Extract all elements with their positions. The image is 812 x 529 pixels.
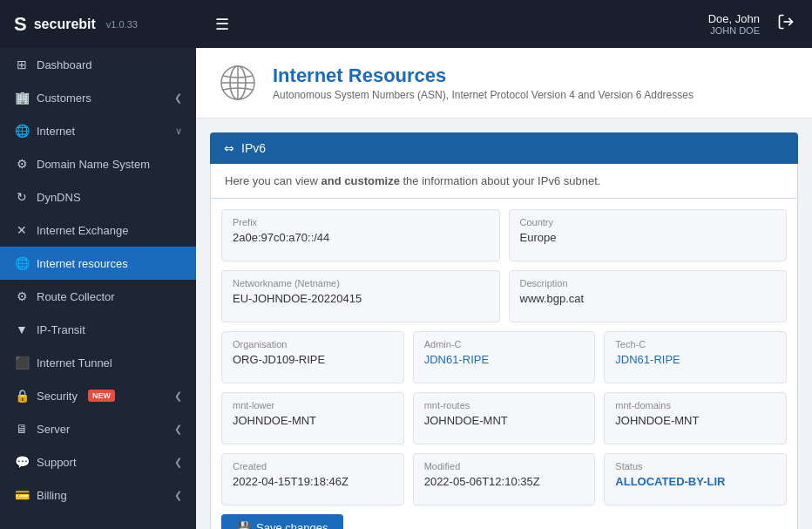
sidebar-item-bill-inner: 💳 Billing (14, 488, 67, 502)
networkname-label: Networkname (Netname) (233, 278, 489, 288)
chevron-right-icon: ❮ (174, 490, 182, 501)
info-box: Here you can view and customize the info… (210, 164, 798, 199)
sidebar-item-dyndns[interactable]: ↻ DynDNS (0, 180, 196, 214)
sidebar-item-dyndns-inner: ↻ DynDNS (14, 190, 81, 204)
mntdomains-label: mnt-domains (615, 400, 775, 410)
ipv6-arrow-icon: ⇔ (224, 141, 234, 155)
description-value: www.bgp.cat (520, 292, 776, 305)
security-icon: 🔒 (14, 389, 30, 403)
techc-value: JDN61-RIPE (615, 353, 775, 366)
customers-icon: 🏢 (14, 91, 30, 105)
new-badge: NEW (88, 390, 115, 402)
it-icon: ⬛ (14, 356, 30, 370)
sidebar-item-internet-inner: 🌐 Internet (14, 124, 75, 138)
sidebar-item-ipt-inner: ▼ IP-Transit (14, 322, 85, 336)
field-mntlower: mnt-lower JOHNDOE-MNT (221, 392, 404, 444)
field-prefix: Prefix 2a0e:97c0:a70::/44 (221, 209, 500, 261)
topbar-right: Doe, John JOHN DOE (708, 10, 802, 38)
ir-icon: 🌐 (14, 256, 30, 270)
country-label: Country (520, 217, 776, 227)
sidebar-item-label: Customers (37, 92, 91, 105)
sidebar-item-label: Security (37, 390, 78, 403)
sidebar-item-support[interactable]: 💬 Support ❮ (0, 445, 196, 478)
logo-area: S securebit v1.0.33 (0, 0, 196, 48)
field-mntdomains: mnt-domains JOHNDOE-MNT (604, 392, 787, 444)
page-subtitle: Autonomous System Numbers (ASN), Interne… (273, 89, 694, 101)
user-info: Doe, John JOHN DOE (708, 12, 760, 36)
sidebar-item-label: Internet Tunnel (37, 356, 112, 370)
sidebar-item-dashboard[interactable]: ⊞ Dashboard (0, 48, 196, 81)
status-value: ALLOCATED-BY-LIR (615, 475, 775, 488)
page-header-text: Internet Resources Autonomous System Num… (273, 64, 694, 101)
sidebar-item-label: Dashboard (37, 58, 92, 71)
logo-version: v1.0.33 (106, 19, 138, 30)
sidebar-item-sup-inner: 💬 Support (14, 455, 77, 469)
sidebar-item-server[interactable]: 🖥 Server ❮ (0, 412, 196, 445)
page-header: Internet Resources Autonomous System Num… (196, 48, 812, 119)
techc-label: Tech-C (615, 339, 775, 349)
created-label: Created (233, 461, 393, 471)
rc-icon: ⚙ (14, 289, 30, 303)
logo-text: securebit (34, 17, 96, 32)
section-title: IPv6 (241, 141, 266, 155)
networkname-value: EU-JOHNDOE-20220415 (233, 292, 489, 305)
billing-icon: 💳 (14, 488, 30, 502)
field-techc: Tech-C JDN61-RIPE (604, 331, 787, 383)
chevron-right-icon: ❮ (174, 457, 182, 468)
sidebar-item-dashboard-inner: ⊞ Dashboard (14, 58, 92, 71)
sidebar-item-label: IP-Transit (37, 323, 85, 336)
mntroutes-value: JOHNDOE-MNT (424, 414, 585, 427)
sidebar: ⊞ Dashboard 🏢 Customers ❮ 🌐 Internet ∨ ⚙… (0, 48, 196, 529)
adminc-label: Admin-C (424, 339, 585, 349)
sidebar-item-label: Internet resources (37, 257, 128, 270)
sidebar-item-internet-exchange[interactable]: ✕ Internet Exchange (0, 214, 196, 247)
sidebar-item-customers-inner: 🏢 Customers (14, 91, 91, 105)
server-icon: 🖥 (14, 422, 30, 436)
info-text-plain: Here you can view (225, 174, 321, 187)
ix-icon: ✕ (14, 223, 30, 237)
sidebar-item-route-collector[interactable]: ⚙ Route Collector (0, 280, 196, 313)
sidebar-item-internet-resources[interactable]: 🌐 Internet resources (0, 247, 196, 280)
fields-row-2: Networkname (Netname) EU-JOHNDOE-2022041… (221, 270, 787, 322)
section-header: ⇔ IPv6 (210, 132, 798, 164)
fields-row-4: mnt-lower JOHNDOE-MNT mnt-routes JOHNDOE… (221, 392, 787, 444)
save-icon: 💾 (237, 521, 251, 529)
sidebar-item-billing[interactable]: 💳 Billing ❮ (0, 478, 196, 512)
prefix-label: Prefix (233, 217, 489, 227)
internet-icon: 🌐 (14, 124, 30, 138)
page-title: Internet Resources (273, 64, 694, 87)
modified-label: Modified (424, 461, 585, 471)
mntlower-value: JOHNDOE-MNT (233, 414, 393, 427)
save-button[interactable]: 💾 Save changes (221, 514, 343, 529)
mntroutes-label: mnt-routes (424, 400, 585, 410)
sidebar-item-internet[interactable]: 🌐 Internet ∨ (0, 114, 196, 147)
chevron-right-icon: ❮ (174, 424, 182, 435)
mntlower-label: mnt-lower (233, 400, 393, 410)
organisation-value: ORG-JD109-RIPE (233, 353, 393, 366)
dyndns-icon: ↻ (14, 190, 30, 204)
sidebar-item-sec-inner: 🔒 Security NEW (14, 389, 115, 403)
sidebar-item-dns[interactable]: ⚙ Domain Name System (0, 147, 196, 180)
info-text-end: the information about your IPv6 subnet. (400, 174, 601, 187)
sidebar-item-customers[interactable]: 🏢 Customers ❮ (0, 81, 196, 114)
fields-area: Prefix 2a0e:97c0:a70::/44 Country Europe… (210, 199, 798, 529)
fields-row-5: Created 2022-04-15T19:18:46Z Modified 20… (221, 453, 787, 505)
hamburger-button[interactable]: ☰ (205, 8, 240, 41)
sidebar-item-label: Domain Name System (37, 158, 150, 171)
sidebar-item-ip-transit[interactable]: ▼ IP-Transit (0, 313, 196, 346)
field-adminc: Admin-C JDN61-RIPE (413, 331, 596, 383)
sidebar-item-it-inner: ⬛ Internet Tunnel (14, 356, 112, 370)
sidebar-item-label: Route Collector (37, 290, 115, 303)
created-value: 2022-04-15T19:18:46Z (233, 475, 393, 488)
page-header-icon (217, 62, 259, 104)
sidebar-item-label: Support (37, 456, 77, 469)
logout-button[interactable] (770, 10, 802, 38)
sidebar-item-security[interactable]: 🔒 Security NEW ❮ (0, 379, 196, 412)
fields-row-3: Organisation ORG-JD109-RIPE Admin-C JDN6… (221, 331, 787, 383)
sidebar-item-internet-tunnel[interactable]: ⬛ Internet Tunnel (0, 346, 196, 379)
user-role: JOHN DOE (708, 25, 760, 36)
support-icon: 💬 (14, 455, 30, 469)
field-country: Country Europe (509, 209, 788, 261)
sidebar-item-ir-inner: 🌐 Internet resources (14, 256, 128, 270)
sidebar-item-srv-inner: 🖥 Server (14, 422, 70, 436)
